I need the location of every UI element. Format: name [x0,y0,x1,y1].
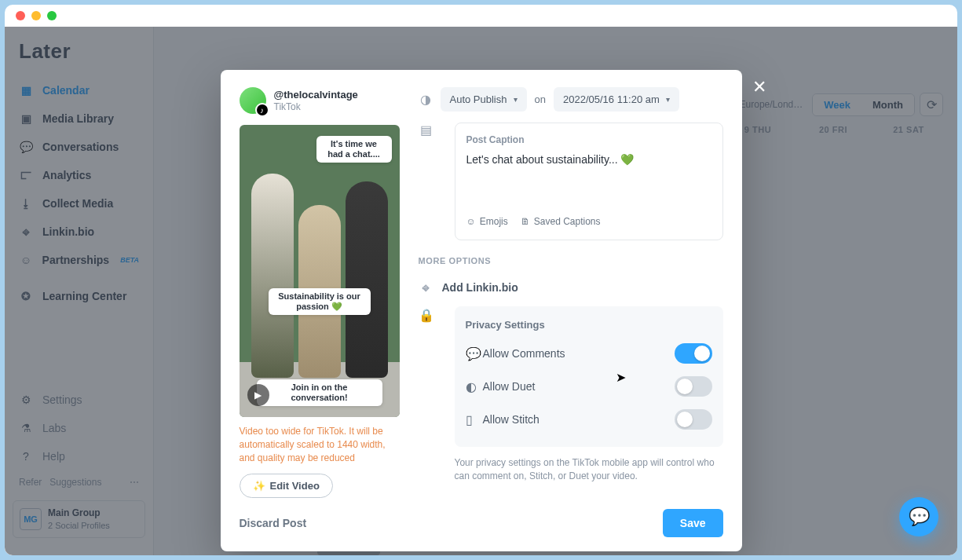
window-maximize-dot[interactable] [47,11,57,20]
privacy-card: Privacy Settings 💬 Allow Comments ◐ Allo… [455,306,723,447]
save-button[interactable]: Save [663,509,723,537]
clock-icon: ◑ [419,93,433,107]
caption-icon: ▤ [419,123,434,240]
account-row: ♪ @thelocalvintage TikTok [240,87,400,114]
window-close-dot[interactable] [16,11,25,20]
linkinbio-icon: ⎆ [419,281,433,294]
app-shell: Later ▦ Calendar ▣ Media Library 💬 Conve… [5,27,957,555]
help-chat-icon: 💬 [909,507,930,527]
account-avatar: ♪ [240,87,266,114]
play-icon[interactable]: ▶ [247,384,269,406]
caption-textarea[interactable]: Let's chat about sustainability... 💚 [466,153,711,208]
caption-card: Post Caption Let's chat about sustainabi… [455,123,723,240]
preview-bubble: It's time we had a chat.... [316,136,392,163]
datetime-select[interactable]: 2022/05/16 11:20 am ▾ [554,87,679,112]
close-icon[interactable]: ✕ [748,76,770,98]
schedule-row: ◑ Auto Publish ▾ on 2022/05/16 11:20 am … [419,87,723,112]
sparkle-icon: ✨ [253,480,265,492]
stitch-icon: ▯ [466,412,483,427]
comment-icon: 💬 [466,346,483,361]
more-options-label: MORE OPTIONS [419,256,723,265]
discard-post-button[interactable]: Discard Post [240,517,307,529]
on-label: on [535,93,546,105]
video-preview[interactable]: It's time we had a chat.... Sustainabili… [240,125,400,417]
privacy-note: Your privacy settings on the TikTok mobi… [455,456,723,483]
account-platform: TikTok [274,101,358,112]
caption-label: Post Caption [466,134,711,145]
privacy-title: Privacy Settings [466,314,712,337]
video-warning: Video too wide for TikTok. It will be au… [240,425,400,464]
allow-comments-row: 💬 Allow Comments [466,337,712,370]
chevron-down-icon: ▾ [514,95,518,104]
help-fab[interactable]: 💬 [899,497,938,536]
lock-icon: 🔒 [419,302,434,483]
allow-stitch-row: ▯ Allow Stitch [466,403,712,436]
allow-comments-toggle[interactable] [675,343,712,364]
publish-mode-select[interactable]: Auto Publish ▾ [441,87,527,112]
edit-video-button[interactable]: ✨ Edit Video [240,474,333,498]
app-window: Later ▦ Calendar ▣ Media Library 💬 Conve… [5,5,957,555]
add-linkinbio-row[interactable]: ⎆ Add Linkin.bio [419,273,723,302]
account-handle: @thelocalvintage [274,89,358,101]
chevron-down-icon: ▾ [666,95,670,104]
window-titlebar [5,5,957,27]
duet-icon: ◐ [466,379,483,394]
allow-stitch-toggle[interactable] [675,409,712,430]
modal-footer: Discard Post Save [221,498,742,551]
allow-duet-row: ◐ Allow Duet [466,370,712,403]
allow-duet-toggle[interactable] [675,376,712,397]
post-editor-modal: ✕ ♪ @thelocalvintage TikTok [221,70,742,551]
preview-bubble: Join in on the conversation! [257,379,382,406]
window-minimize-dot[interactable] [31,11,41,20]
emojis-button[interactable]: ☺ Emojis [466,216,508,227]
tiktok-badge-icon: ♪ [255,103,269,117]
saved-captions-button[interactable]: 🗎 Saved Captions [521,216,601,227]
preview-bubble: Sustainability is our passion 💚 [269,288,371,315]
